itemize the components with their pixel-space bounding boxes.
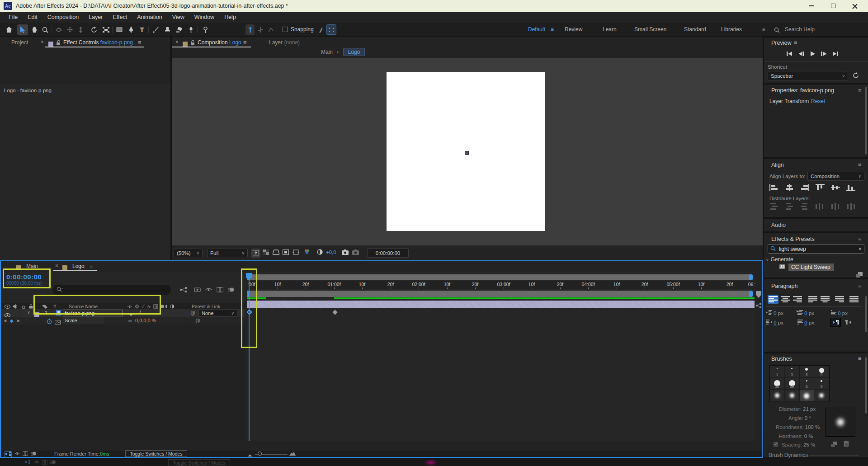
align-bottom-icon[interactable] <box>846 184 855 193</box>
breadcrumb-current[interactable]: Logo <box>343 48 365 56</box>
frame-blending-icon[interactable] <box>217 286 223 294</box>
composition-mini-flowchart-icon[interactable] <box>180 286 187 294</box>
brush-preset[interactable] <box>814 390 829 402</box>
motion-blur-icon[interactable] <box>228 286 235 294</box>
align-horizontal-center-icon[interactable] <box>785 184 794 193</box>
menu-view[interactable]: View <box>167 14 189 20</box>
menu-layer[interactable]: Layer <box>84 14 108 20</box>
brush-spacing[interactable]: Spacing: 25 % <box>782 442 815 447</box>
shortcut-dropdown[interactable]: Spacebar∨ <box>768 71 848 80</box>
dolly-camera-tool-icon[interactable] <box>75 24 86 35</box>
layer-disclosure-icon[interactable]: ∨ <box>27 310 30 315</box>
region-of-interest-icon[interactable] <box>283 249 289 257</box>
keyframe[interactable] <box>332 310 337 315</box>
zoom-out-icon[interactable] <box>248 452 252 457</box>
local-axis-mode-icon[interactable] <box>245 24 255 35</box>
brush-dynamics-label[interactable]: Brush Dynamics <box>769 452 808 458</box>
paragraph-align-center-button[interactable] <box>780 295 791 304</box>
workspace-libraries[interactable]: Libraries <box>721 26 742 33</box>
next-keyframe-icon[interactable]: ▶ <box>17 319 20 323</box>
generate-group[interactable]: ∨Generate <box>766 256 793 263</box>
time-ruler[interactable]: 0:00f 10f 20f 01:00f 10f 20f 02:00f 10f … <box>247 281 755 289</box>
align-vertical-center-icon[interactable] <box>831 184 840 193</box>
indent-right-field[interactable]: 0 px <box>766 320 783 325</box>
toggle-switches-modes-button[interactable]: Toggle Switches / Modes <box>125 450 187 457</box>
link-dimensions-icon[interactable]: ∞ <box>128 318 132 323</box>
workspace-learn[interactable]: Learn <box>603 26 617 33</box>
composition-canvas[interactable] <box>387 72 545 231</box>
brush-preset-selected[interactable] <box>800 390 815 402</box>
menu-effect[interactable]: Effect <box>108 14 132 20</box>
home-icon[interactable] <box>4 24 14 35</box>
resolution-dropdown[interactable]: Full∨ <box>207 249 248 257</box>
close-button[interactable] <box>844 0 865 12</box>
distribute-bottom-icon[interactable] <box>800 203 809 212</box>
show-snapshot-icon[interactable] <box>352 249 359 257</box>
magnification-dropdown[interactable]: (50%)∨ <box>174 249 203 257</box>
timeline-search-box[interactable] <box>52 285 171 295</box>
effects-search-input[interactable] <box>779 246 856 252</box>
type-tool-icon[interactable]: T <box>137 24 147 35</box>
comp-button-icon[interactable] <box>756 302 761 310</box>
breadcrumb-main[interactable]: Main <box>321 49 333 55</box>
brush-tool-icon[interactable] <box>150 24 161 35</box>
time-navigator-bar[interactable] <box>247 274 751 280</box>
paragraph-justify-last-left-button[interactable] <box>807 295 818 304</box>
first-frame-icon[interactable] <box>786 50 793 58</box>
panel-menu-icon[interactable]: ≡ <box>243 39 247 46</box>
eraser-tool-icon[interactable] <box>174 24 184 35</box>
next-frame-icon[interactable] <box>820 50 827 58</box>
orbit-camera-tool-icon[interactable] <box>53 24 64 35</box>
draft-3d-icon[interactable] <box>194 286 201 294</box>
transparency-grid-icon[interactable] <box>263 249 269 257</box>
brush-preset[interactable] <box>785 390 800 402</box>
maximize-button[interactable] <box>823 0 844 12</box>
panel-menu-icon[interactable]: ≡ <box>138 39 142 46</box>
paragraph-panel-menu-icon[interactable]: ≡ <box>858 282 862 289</box>
paragraph-align-left-button[interactable] <box>768 295 778 304</box>
reset-preview-icon[interactable] <box>853 72 859 80</box>
logo-tab-close-icon[interactable]: × <box>55 263 58 269</box>
brushes-scrollbar[interactable] <box>865 357 867 414</box>
zoom-tool-icon[interactable] <box>40 24 51 35</box>
work-area-bar[interactable] <box>247 291 751 297</box>
menu-composition[interactable]: Composition <box>42 14 84 20</box>
tab-project-close-icon[interactable]: × <box>41 39 44 45</box>
hand-tool-icon[interactable] <box>29 24 40 35</box>
align-left-icon[interactable] <box>769 184 778 193</box>
space-before-field[interactable]: 0 px <box>830 310 848 316</box>
puppet-pin-tool-icon[interactable] <box>200 24 211 35</box>
menu-edit[interactable]: Edit <box>23 14 42 20</box>
brush-preset[interactable]: 19 <box>785 378 800 390</box>
layer-transform-group[interactable]: Layer Transform <box>769 98 809 104</box>
align-panel-menu-icon[interactable]: ≡ <box>858 161 862 168</box>
text-direction-rtl-button[interactable] <box>843 318 854 327</box>
exposure-value[interactable]: +0,0 <box>326 249 336 255</box>
fast-previews-icon[interactable] <box>251 249 260 258</box>
tab-composition[interactable]: Composition Logo <box>198 39 241 46</box>
space-after-field[interactable]: 0 px <box>797 320 814 325</box>
work-area-end-handle[interactable] <box>749 291 753 297</box>
rectangle-tool-icon[interactable] <box>114 24 125 35</box>
workspace-small-screen[interactable]: Small Screen <box>634 26 666 33</box>
paragraph-justify-last-right-button[interactable] <box>834 295 845 304</box>
workspace-menu-icon[interactable]: ≡ <box>551 26 554 33</box>
tab-layer[interactable]: Layer (none) <box>269 39 300 46</box>
distribute-horizontal-center-icon[interactable] <box>831 203 840 212</box>
play-icon[interactable] <box>809 50 816 58</box>
brush-hardness[interactable]: Hardness: 0 % <box>779 433 813 439</box>
brush-preset[interactable]: 5 <box>800 378 815 390</box>
roto-brush-tool-icon[interactable] <box>185 24 196 35</box>
timeline-track-area[interactable]: 0:00f 10f 20f 01:00f 10f 20f 02:00f 10f … <box>247 272 755 441</box>
property-pickwhip-icon[interactable]: @ <box>195 318 200 323</box>
effect-cc-light-sweep[interactable]: CC Light Sweep <box>788 264 834 271</box>
new-panel-icon[interactable] <box>856 271 863 279</box>
parent-pickwhip-icon[interactable]: @ <box>190 310 195 315</box>
brush-preset[interactable]: 1 <box>770 366 785 378</box>
parent-link-column[interactable]: Parent & Link <box>192 304 220 309</box>
layer-duration-bar[interactable] <box>247 301 755 308</box>
comp-mini-flowchart-icon[interactable] <box>5 451 12 457</box>
time-navigator-end-handle[interactable] <box>749 274 753 280</box>
camera-tool-icon[interactable] <box>100 24 111 35</box>
frame-blend-toggle-icon[interactable] <box>23 451 28 457</box>
